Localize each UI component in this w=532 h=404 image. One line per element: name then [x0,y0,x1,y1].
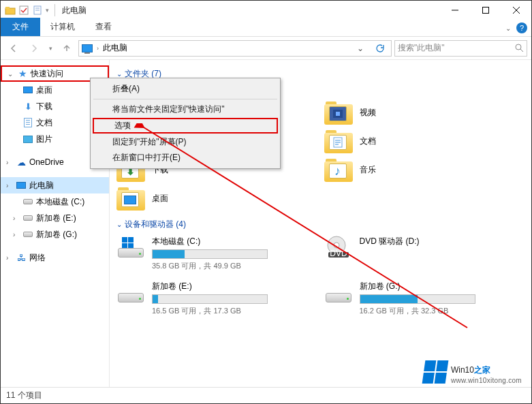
chevron-down-icon: ⌄ [7,70,14,78]
cloud-icon: ☁ [16,157,27,168]
folder-icon [324,129,353,153]
quick-access-toolbar: ▾ [1,4,58,16]
dvd-icon: DVD [324,236,353,260]
tab-view[interactable]: 查看 [85,18,122,36]
chevron-right-icon: › [97,45,99,52]
picture-icon [23,136,33,143]
drive-icon [23,232,33,237]
checkbox-icon[interactable] [18,5,29,16]
drive-icon [23,215,33,221]
svg-text:DVD: DVD [330,249,347,258]
drive-g[interactable]: 新加卷 (G:) 16.2 GB 可用，共 32.3 GB [324,281,525,316]
help-button[interactable]: ? [516,22,527,33]
sidebar-item-this-pc[interactable]: ›此电脑 [1,177,109,193]
search-icon [515,44,524,52]
ribbon-tabs: 文件 计算机 查看 ⌄ ? [1,20,531,37]
desktop-icon [23,87,33,93]
star-icon: ★ [17,68,28,79]
ribbon-expand-icon[interactable]: ⌄ [505,25,511,32]
chevron-down-icon: ⌄ [116,70,122,78]
drive-icon [324,281,353,305]
window-controls [439,1,531,20]
chevron-right-icon: › [6,159,13,166]
drive-c[interactable]: 本地磁盘 (C:) 35.8 GB 可用，共 49.9 GB [116,236,317,271]
ctx-pin-start[interactable]: 固定到"开始"屏幕(P) [92,134,279,150]
download-icon: ⬇ [22,101,33,112]
chevron-right-icon: › [6,182,13,189]
separator [54,4,55,16]
chevron-right-icon: › [6,254,13,262]
sidebar-label: 快速访问 [31,68,63,80]
svg-rect-1 [5,7,10,9]
sidebar-item-drive-g[interactable]: ›新加卷 (G:) [1,226,109,243]
sidebar-item-drive-e[interactable]: ›新加卷 (E:) [1,210,109,226]
folder-videos[interactable]: 视频 [324,100,525,125]
back-button[interactable] [5,40,22,57]
search-placeholder: 搜索"此电脑" [398,42,445,54]
status-bar: 11 个项目 [1,387,531,403]
tab-computer[interactable]: 计算机 [40,18,85,36]
chevron-down-icon: ⌄ [116,221,122,228]
qat-dropdown-icon[interactable]: ▾ [46,7,49,14]
address-path: 此电脑 [103,42,127,54]
folder-icon [5,5,16,16]
chevron-right-icon: › [13,215,20,222]
title-bar: ▾ 此电脑 [1,1,531,20]
drive-icon [116,281,145,305]
sidebar-item-drive-c[interactable]: 本地磁盘 (C:) [1,193,109,210]
desktop-icon [124,196,136,204]
address-bar: ▾ › 此电脑 ⌄ 搜索"此电脑" [1,37,531,60]
tab-file[interactable]: 文件 [1,18,40,36]
properties-icon[interactable] [32,5,43,16]
sidebar-item-network[interactable]: ›🖧网络 [1,249,109,266]
refresh-button[interactable] [371,44,388,53]
document-icon [24,118,32,127]
svg-rect-7 [482,7,488,14]
drive-dvd[interactable]: DVD DVD 驱动器 (D:) [324,236,525,271]
usage-bar [152,249,268,259]
window-title: 此电脑 [62,5,87,16]
pc-icon [16,182,26,189]
address-dropdown-icon[interactable]: ⌄ [354,44,366,53]
drive-e[interactable]: 新加卷 (E:) 16.5 GB 可用，共 17.3 GB [116,281,317,316]
folder-desktop[interactable]: 桌面 [116,186,317,211]
address-box[interactable]: › 此电脑 ⌄ [78,40,392,57]
context-menu: 折叠(A) 将当前文件夹固定到"快速访问" 选项 固定到"开始"屏幕(P) 在新… [90,78,281,169]
separator [93,99,277,99]
usage-bar [360,294,475,304]
chevron-right-icon: › [13,231,20,238]
network-icon: 🖧 [16,252,27,263]
ctx-new-window[interactable]: 在新窗口中打开(E) [92,150,279,166]
up-button[interactable] [58,40,76,57]
svg-rect-13 [336,112,340,116]
folder-documents[interactable]: 文档 [324,129,525,153]
folder-music[interactable]: ♪ 音乐 [324,157,525,182]
watermark: Win10之家 www.win10xitong.com [424,359,522,384]
svg-point-19 [334,243,339,248]
folder-icon [116,186,145,211]
recent-dropdown-icon[interactable]: ▾ [46,40,55,57]
folder-icon [324,100,353,125]
svg-line-11 [520,49,523,52]
search-input[interactable]: 搜索"此电脑" [394,40,527,57]
ctx-options[interactable]: 选项 [93,118,278,134]
item-count: 11 个项目 [6,390,42,401]
close-button[interactable] [501,1,531,20]
windows-logo-icon [422,360,449,384]
minimize-button[interactable] [439,1,470,20]
svg-rect-0 [5,8,15,14]
pc-icon [82,44,93,52]
svg-point-10 [516,44,521,50]
forward-button[interactable] [25,40,43,57]
ctx-pin-quick[interactable]: 将当前文件夹固定到"快速访问" [92,102,279,117]
usage-bar [152,294,268,304]
drive-icon [23,199,33,204]
drive-icon [116,236,145,260]
folder-icon: ♪ [324,157,353,182]
svg-rect-2 [20,6,28,14]
ctx-collapse[interactable]: 折叠(A) [92,81,279,97]
section-devices-header[interactable]: ⌄设备和驱动器 (4) [116,219,525,230]
maximize-button[interactable] [470,1,501,20]
